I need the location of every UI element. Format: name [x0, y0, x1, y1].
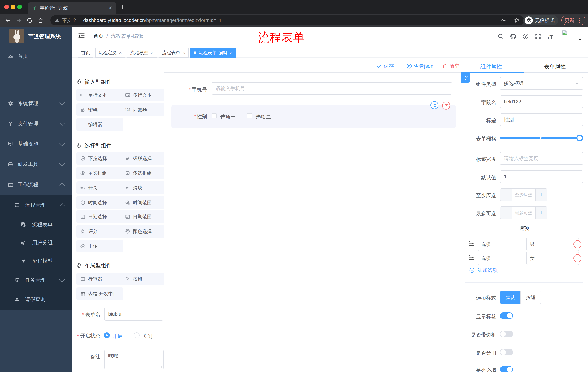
resize-handle[interactable]	[160, 365, 163, 368]
tab-close-icon[interactable]: ✕	[108, 5, 112, 11]
component-time-range[interactable]: 时间范围	[121, 196, 167, 209]
component-table-dev[interactable]: 表格[开发中]	[76, 287, 123, 300]
plus-button[interactable]: +	[536, 207, 547, 219]
browser-menu-update[interactable]: 更新 ⋮	[561, 16, 586, 25]
clear-button[interactable]: 清空	[442, 63, 459, 70]
option1-value-input[interactable]: 男	[526, 237, 579, 251]
component-cascader[interactable]: 级联选择	[121, 152, 167, 165]
sidebar-item-infrastructure[interactable]: 基础设施	[0, 137, 72, 151]
bookmark-star-icon[interactable]	[514, 18, 520, 23]
new-tab-button[interactable]: +	[120, 5, 125, 9]
status-off-radio[interactable]	[134, 332, 139, 338]
tag-process-definition[interactable]: 流程定义✕	[95, 48, 125, 57]
status-off-label[interactable]: 关闭	[142, 333, 152, 340]
delete-component-button[interactable]	[442, 102, 450, 110]
minus-button[interactable]: −	[500, 189, 512, 201]
macos-minimize-button[interactable]	[11, 5, 15, 9]
gender-option2-label[interactable]: 选项二	[256, 114, 271, 120]
font-size-icon[interactable]: TT	[547, 34, 553, 41]
option1-remove-button[interactable]: −	[573, 240, 581, 248]
prop-type-select[interactable]: 多选框组	[500, 77, 583, 90]
component-slider[interactable]: 滑块	[121, 181, 167, 194]
sidebar-item-system[interactable]: 系统管理	[0, 96, 72, 111]
tag-process-form[interactable]: 流程表单✕	[159, 48, 189, 57]
min-value-input[interactable]: 至少应选	[512, 189, 536, 201]
kebab-menu-icon[interactable]: ⋮	[577, 17, 582, 24]
avatar-caret-down-icon[interactable]	[578, 38, 582, 41]
prop-title-input[interactable]	[500, 113, 583, 126]
option2-value-input[interactable]: 女	[526, 252, 579, 265]
close-icon[interactable]: ✕	[182, 50, 186, 55]
reload-icon[interactable]	[27, 17, 33, 23]
minus-button[interactable]: −	[500, 207, 512, 219]
option2-label-input[interactable]: 选项二	[478, 252, 531, 265]
show-label-switch[interactable]	[500, 312, 513, 319]
sidebar-collapse-icon[interactable]	[78, 33, 84, 39]
github-icon[interactable]	[510, 33, 516, 40]
prop-field-input[interactable]	[500, 95, 583, 108]
style-default-button[interactable]: 默认	[500, 291, 520, 304]
component-date-range[interactable]: 日期范围	[121, 210, 167, 223]
component-button[interactable]: 按钮	[121, 273, 167, 285]
duplicate-component-button[interactable]	[430, 101, 439, 109]
add-option-button[interactable]: 添加选项	[469, 267, 498, 274]
status-on-radio[interactable]	[104, 332, 110, 338]
sidebar-item-process-form[interactable]: 流程表单	[0, 217, 72, 232]
address-bar[interactable]: 不安全 | dashboard.yudao.iocoder.cn/bpm/man…	[50, 15, 524, 25]
component-checkbox-group[interactable]: 多选框组	[121, 167, 167, 180]
view-json-button[interactable]: 查看json	[406, 63, 433, 70]
macos-close-button[interactable]	[4, 5, 9, 9]
gender-option1-checkbox[interactable]	[211, 113, 217, 118]
component-password[interactable]: 密码	[76, 103, 123, 116]
tab-component-props[interactable]: 组件属性	[480, 63, 502, 70]
component-dropdown[interactable]: 下拉选择	[76, 152, 123, 165]
save-button[interactable]: 保存	[377, 63, 394, 70]
option1-drag-handle[interactable]	[468, 241, 475, 247]
breadcrumb-home[interactable]: 首页	[93, 33, 104, 40]
sidebar-item-process-model[interactable]: 流程模型	[0, 254, 72, 268]
plus-button[interactable]: +	[536, 189, 547, 201]
border-switch[interactable]	[500, 331, 513, 337]
tag-process-form-edit[interactable]: 流程表单-编辑✕	[190, 48, 236, 57]
component-date-picker[interactable]: 日期选择	[76, 210, 123, 223]
prop-min-stepper[interactable]: − 至少应选 +	[500, 188, 547, 201]
gender-option1-label[interactable]: 选项一	[220, 114, 236, 120]
grid-slider-handle[interactable]	[576, 135, 583, 141]
help-icon[interactable]	[522, 33, 529, 40]
component-single-text[interactable]: 单行文本	[76, 89, 123, 101]
password-key-icon[interactable]	[501, 18, 506, 23]
component-time-picker[interactable]: 时间选择	[76, 196, 123, 209]
close-icon[interactable]: ✕	[119, 50, 122, 55]
sidebar-item-devtools[interactable]: 研发工具	[0, 157, 72, 171]
tag-home[interactable]: 首页	[78, 48, 93, 57]
tab-form-props[interactable]: 表单属性	[544, 63, 566, 70]
option1-label-input[interactable]: 选项一	[478, 237, 531, 251]
component-rate[interactable]: 评分	[76, 225, 123, 238]
sidebar-item-task-mgmt[interactable]: 任务管理	[0, 273, 72, 287]
close-icon[interactable]: ✕	[230, 50, 233, 55]
sidebar-item-payment[interactable]: ¥ 支付管理	[0, 117, 72, 131]
fullscreen-icon[interactable]	[535, 33, 541, 40]
sidebar-item-leave-query[interactable]: 请假查询	[0, 292, 72, 307]
component-color-picker[interactable]: 颜色选择	[121, 225, 167, 238]
max-value-input[interactable]: 最多可选	[512, 207, 536, 219]
forward-icon[interactable]	[16, 17, 22, 23]
gender-option2-checkbox[interactable]	[247, 113, 252, 118]
form-name-input[interactable]	[104, 308, 163, 321]
close-icon[interactable]: ✕	[151, 50, 154, 55]
component-row-container[interactable]: 行容器	[76, 273, 123, 285]
style-button-button[interactable]: 按钮	[520, 291, 541, 304]
sidebar-item-workflow[interactable]: 工作流程	[0, 177, 72, 192]
option2-drag-handle[interactable]	[468, 255, 475, 261]
prop-max-stepper[interactable]: − 最多可选 +	[500, 206, 547, 219]
component-radio-group[interactable]: 单选框组	[76, 167, 123, 180]
component-switch[interactable]: 开关	[76, 181, 123, 194]
component-editor[interactable]: 编辑器	[76, 118, 123, 131]
component-counter[interactable]: 123 计数器	[121, 103, 167, 116]
tag-process-model[interactable]: 流程模型✕	[127, 48, 157, 57]
sidebar-item-home[interactable]: 首页	[0, 49, 72, 64]
sidebar-item-user-group[interactable]: 用户分组	[0, 235, 72, 250]
option2-remove-button[interactable]: −	[573, 254, 581, 262]
phone-field-input[interactable]	[211, 82, 452, 95]
prop-default-input[interactable]	[500, 170, 583, 183]
